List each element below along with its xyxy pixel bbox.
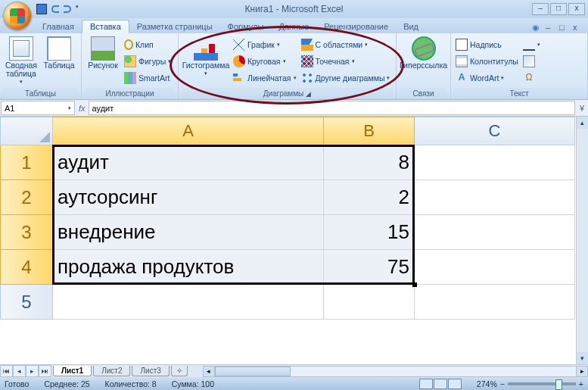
symbol-button[interactable]: Ω bbox=[521, 70, 542, 86]
mdi-restore-button[interactable]: □ bbox=[559, 23, 570, 33]
office-button[interactable] bbox=[3, 2, 32, 30]
vertical-scrollbar[interactable]: ▴ ▾ bbox=[576, 117, 588, 364]
smartart-button[interactable]: SmartArt bbox=[123, 70, 173, 86]
shapes-button[interactable]: Фигуры▾ bbox=[123, 53, 173, 69]
symbol-icon: Ω bbox=[523, 72, 535, 84]
row-header[interactable]: 3 bbox=[0, 215, 53, 250]
table-button[interactable]: Таблица bbox=[41, 35, 77, 70]
qat-dropdown-icon[interactable]: ▾ bbox=[76, 4, 86, 14]
cell[interactable] bbox=[53, 285, 324, 320]
cell[interactable] bbox=[324, 285, 415, 320]
formula-bar-expand-icon[interactable]: ¥ bbox=[576, 100, 588, 116]
view-normal-button[interactable] bbox=[419, 379, 433, 389]
cell[interactable]: аутсорсинг bbox=[53, 180, 324, 215]
cell[interactable]: продажа продуктов bbox=[53, 250, 324, 285]
redo-icon[interactable] bbox=[64, 5, 71, 13]
tab-nav-next[interactable]: ▸ bbox=[26, 365, 39, 377]
column-header-b[interactable]: B bbox=[324, 117, 415, 145]
cell[interactable] bbox=[415, 250, 575, 285]
area-chart-icon bbox=[301, 39, 313, 51]
hscroll-left-icon[interactable]: ◂ bbox=[203, 366, 215, 377]
row-header[interactable]: 4 bbox=[0, 250, 53, 285]
sheet-tab-2[interactable]: Лист2 bbox=[93, 366, 130, 376]
histogram-button[interactable]: Гистограмма ▾ bbox=[182, 35, 230, 76]
area-chart-button[interactable]: С областями▾ bbox=[300, 36, 392, 52]
scatter-chart-button[interactable]: Точечная▾ bbox=[300, 53, 392, 69]
cell[interactable] bbox=[415, 180, 575, 215]
save-icon[interactable] bbox=[36, 4, 47, 14]
cell[interactable]: 2 bbox=[324, 180, 415, 215]
cell[interactable]: внедрение bbox=[53, 215, 324, 250]
ribbon-tabs: Главная Вставка Разметка страницы Формул… bbox=[0, 18, 588, 33]
tab-page-layout[interactable]: Разметка страницы bbox=[129, 20, 220, 33]
tab-view[interactable]: Вид bbox=[396, 20, 426, 33]
tab-insert[interactable]: Вставка bbox=[82, 20, 129, 33]
cell[interactable]: 8 bbox=[324, 145, 415, 180]
zoom-level[interactable]: 274% bbox=[477, 379, 497, 388]
tab-nav-first[interactable]: ⏮ bbox=[0, 365, 13, 377]
hscroll-thumb[interactable] bbox=[215, 367, 291, 376]
hscroll-track[interactable] bbox=[215, 366, 576, 377]
scroll-up-icon[interactable]: ▴ bbox=[577, 117, 588, 129]
pie-chart-button[interactable]: Круговая▾ bbox=[232, 53, 298, 69]
tab-review[interactable]: Рецензирование bbox=[316, 20, 396, 33]
other-charts-button[interactable]: Другие диаграммы▾ bbox=[300, 70, 392, 86]
sheet-tab-3[interactable]: Лист3 bbox=[132, 366, 169, 376]
mdi-close-button[interactable]: x bbox=[573, 23, 583, 33]
zoom-out-button[interactable]: − bbox=[500, 379, 505, 388]
tab-data[interactable]: Данные bbox=[271, 20, 316, 33]
sheet-tab-1[interactable]: Лист1 bbox=[53, 366, 92, 376]
hscroll-right-icon[interactable]: ▸ bbox=[576, 366, 588, 377]
zoom-slider[interactable] bbox=[508, 382, 576, 385]
view-page-break-button[interactable] bbox=[448, 379, 462, 389]
formula-input[interactable]: аудит bbox=[89, 101, 575, 115]
object-button[interactable] bbox=[521, 53, 542, 69]
cell[interactable]: 15 bbox=[324, 215, 415, 250]
signature-line-button[interactable]: ▾ bbox=[521, 36, 542, 52]
fill-handle[interactable] bbox=[412, 282, 417, 287]
group-illustrations: Рисунок Клип Фигуры▾ SmartArt Иллюстраци… bbox=[82, 33, 179, 99]
cell[interactable] bbox=[415, 285, 575, 320]
column-header-a[interactable]: A bbox=[53, 117, 324, 145]
line-chart-button[interactable]: График▾ bbox=[232, 36, 298, 52]
name-box[interactable]: A1 ▾ bbox=[1, 101, 75, 115]
title-bar: ▾ Книга1 - Microsoft Excel – □ x bbox=[0, 0, 588, 18]
bar-chart-button[interactable]: Линейчатая▾ bbox=[232, 70, 298, 86]
namebox-dropdown-icon[interactable]: ▾ bbox=[68, 105, 71, 111]
header-footer-button[interactable]: Колонтитулы bbox=[454, 53, 520, 69]
cell[interactable]: аудит bbox=[53, 145, 324, 180]
charts-dialog-launcher-icon[interactable]: ◢ bbox=[306, 90, 311, 98]
tab-home[interactable]: Главная bbox=[35, 20, 82, 33]
help-icon[interactable]: ◉ bbox=[532, 23, 543, 33]
tab-nav-last[interactable]: ⏭ bbox=[39, 365, 51, 377]
row-header[interactable]: 5 bbox=[0, 285, 53, 320]
chevron-down-icon: ▾ bbox=[20, 79, 23, 85]
picture-button[interactable]: Рисунок bbox=[85, 35, 121, 70]
row-header[interactable]: 1 bbox=[0, 145, 53, 180]
mdi-minimize-button[interactable]: – bbox=[546, 23, 556, 33]
row-header[interactable]: 2 bbox=[0, 180, 53, 215]
wordart-button[interactable]: AWordArt▾ bbox=[454, 70, 520, 86]
smartart-icon bbox=[124, 72, 136, 84]
fx-icon[interactable]: fx bbox=[79, 104, 86, 113]
zoom-in-button[interactable]: + bbox=[579, 379, 583, 388]
clip-button[interactable]: Клип bbox=[123, 36, 173, 52]
pivot-table-button[interactable]: Сводная таблица ▾ bbox=[3, 35, 39, 85]
scroll-down-icon[interactable]: ▾ bbox=[577, 352, 588, 364]
undo-icon[interactable] bbox=[51, 5, 59, 13]
new-sheet-button[interactable]: ✧ bbox=[171, 366, 188, 376]
hyperlink-button[interactable]: Гиперссылка bbox=[400, 35, 447, 70]
column-header-c[interactable]: C bbox=[415, 117, 575, 145]
textbox-button[interactable]: Надпись bbox=[454, 36, 520, 52]
tab-formulas[interactable]: Формулы bbox=[220, 20, 272, 33]
select-all-button[interactable] bbox=[0, 117, 53, 145]
tab-nav-prev[interactable]: ◂ bbox=[13, 365, 26, 377]
cell[interactable] bbox=[415, 215, 575, 250]
maximize-button[interactable]: □ bbox=[550, 3, 567, 15]
cell[interactable]: 75 bbox=[324, 250, 415, 285]
cell[interactable] bbox=[415, 145, 575, 180]
view-page-layout-button[interactable] bbox=[434, 379, 447, 389]
group-label-illus: Иллюстрации bbox=[85, 88, 175, 99]
close-button[interactable]: x bbox=[568, 3, 585, 15]
minimize-button[interactable]: – bbox=[532, 3, 549, 15]
